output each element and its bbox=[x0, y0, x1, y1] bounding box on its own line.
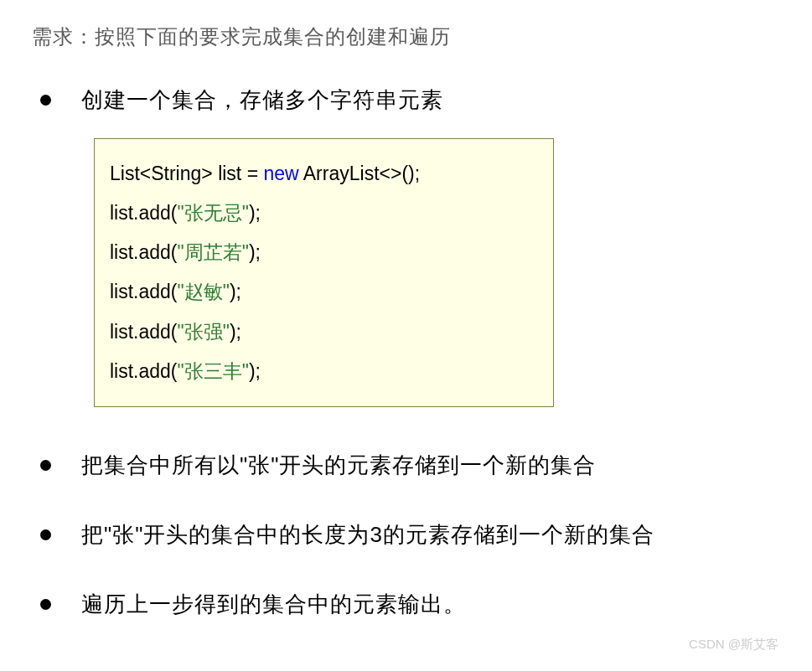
bullet-text: 遍历上一步得到的集合中的元素输出。 bbox=[81, 590, 466, 619]
code-line: list.add("张三丰"); bbox=[110, 352, 538, 391]
code-seg: ); bbox=[230, 281, 241, 302]
string-literal: "张强" bbox=[178, 321, 230, 343]
code-seg: list.add( bbox=[110, 202, 178, 224]
code-line: list.add("张强"); bbox=[110, 312, 538, 352]
code-seg: List<String> list = bbox=[110, 163, 263, 184]
code-seg: list.add( bbox=[110, 241, 178, 263]
code-seg: ArrayList<>(); bbox=[299, 163, 420, 184]
bullet-dot-icon bbox=[40, 599, 51, 610]
code-line: list.add("张无忌"); bbox=[110, 194, 538, 233]
bullet-dot-icon bbox=[40, 460, 51, 471]
code-line: list.add("赵敏"); bbox=[110, 272, 538, 312]
bullet-item-3: 把"张"开头的集合中的长度为3的元素存储到一个新的集合 bbox=[32, 520, 780, 550]
bullet-item-4: 遍历上一步得到的集合中的元素输出。 bbox=[32, 590, 780, 619]
intro-text: 需求：按照下面的要求完成集合的创建和遍历 bbox=[32, 23, 780, 50]
code-seg: list.add( bbox=[110, 360, 178, 382]
bullet-text: 把集合中所有以"张"开头的元素存储到一个新的集合 bbox=[81, 451, 596, 480]
string-literal: "赵敏" bbox=[178, 281, 230, 302]
code-seg: ); bbox=[249, 202, 261, 224]
bullet-dot-icon bbox=[40, 95, 51, 106]
code-seg: ); bbox=[230, 321, 241, 343]
code-seg: list.add( bbox=[110, 281, 178, 302]
string-literal: "周芷若" bbox=[178, 241, 249, 263]
code-seg: ); bbox=[249, 241, 261, 263]
bullet-item-1: 创建一个集合，存储多个字符串元素 bbox=[32, 85, 780, 115]
string-literal: "张无忌" bbox=[178, 202, 249, 224]
bullet-text: 把"张"开头的集合中的长度为3的元素存储到一个新的集合 bbox=[81, 520, 654, 550]
bullet-dot-icon bbox=[40, 529, 51, 540]
code-line: List<String> list = new ArrayList<>(); bbox=[110, 154, 538, 194]
code-line: list.add("周芷若"); bbox=[110, 233, 538, 272]
keyword-new: new bbox=[263, 163, 298, 184]
bullet-text: 创建一个集合，存储多个字符串元素 bbox=[81, 85, 443, 115]
code-seg: ); bbox=[249, 360, 261, 382]
watermark-text: CSDN @斯艾客 bbox=[689, 637, 778, 653]
bullet-item-2: 把集合中所有以"张"开头的元素存储到一个新的集合 bbox=[32, 451, 780, 480]
code-seg: list.add( bbox=[110, 321, 178, 343]
string-literal: "张三丰" bbox=[178, 360, 249, 382]
code-block: List<String> list = new ArrayList<>(); l… bbox=[94, 138, 554, 407]
